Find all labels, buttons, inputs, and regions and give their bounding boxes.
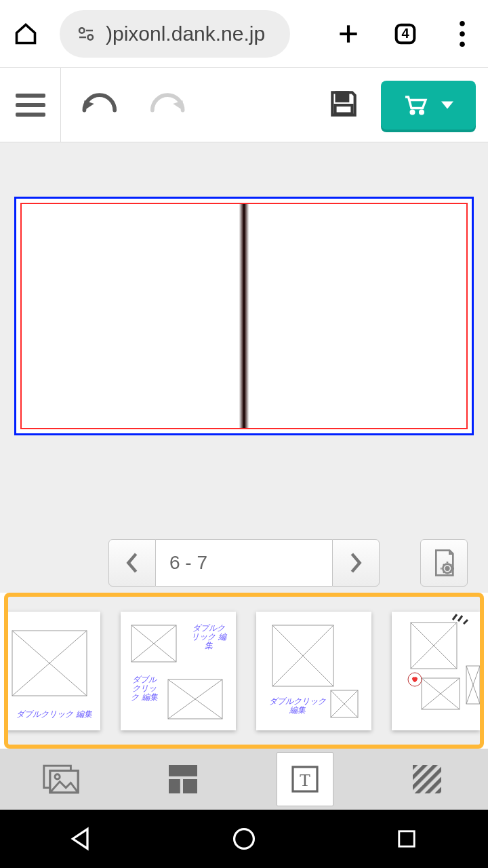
svg-rect-11 bbox=[344, 94, 346, 99]
svg-point-13 bbox=[411, 111, 414, 114]
template-thumbnail[interactable] bbox=[392, 612, 480, 730]
tool-tabs: T bbox=[0, 749, 488, 810]
pattern-icon bbox=[413, 765, 441, 793]
save-button[interactable] bbox=[327, 87, 361, 123]
editor-canvas-area bbox=[0, 142, 488, 538]
layout-icon bbox=[169, 765, 197, 793]
undo-icon bbox=[80, 90, 123, 117]
new-tab-icon[interactable] bbox=[335, 20, 362, 47]
page-settings-button[interactable] bbox=[420, 539, 468, 587]
images-tab[interactable] bbox=[33, 752, 89, 806]
hamburger-icon bbox=[16, 94, 45, 117]
svg-point-0 bbox=[79, 28, 85, 33]
triangle-back-icon bbox=[69, 827, 94, 851]
site-settings-icon bbox=[76, 24, 96, 44]
book-spine bbox=[239, 204, 249, 428]
next-page-button[interactable] bbox=[332, 539, 380, 587]
save-icon bbox=[327, 87, 361, 121]
cart-button[interactable] bbox=[381, 81, 476, 130]
android-nav-bar bbox=[0, 810, 488, 868]
template-caption: ダブルクリック 編集 bbox=[268, 697, 327, 715]
page-range-text: 6 - 7 bbox=[169, 552, 207, 574]
tab-count-badge[interactable]: 4 bbox=[392, 20, 419, 47]
undo-button[interactable] bbox=[80, 90, 123, 120]
chevron-right-icon bbox=[349, 553, 363, 573]
images-icon bbox=[43, 764, 79, 794]
svg-rect-53 bbox=[413, 765, 441, 793]
home-button[interactable] bbox=[228, 823, 260, 854]
svg-marker-54 bbox=[73, 829, 87, 849]
square-recents-icon bbox=[396, 828, 418, 850]
page-gear-icon bbox=[430, 548, 458, 578]
template-caption: ダブルクリック 編集 bbox=[191, 624, 226, 651]
back-button[interactable] bbox=[66, 823, 97, 854]
overflow-menu-icon[interactable] bbox=[449, 20, 476, 47]
template-caption: ダブルクリック 編集 bbox=[14, 710, 95, 719]
template-caption: ダブルクリック 編集 bbox=[130, 675, 159, 703]
address-bar[interactable]: )pixonl.dank.ne.jp bbox=[60, 10, 290, 58]
text-tab[interactable]: T bbox=[277, 752, 333, 806]
page-spread[interactable] bbox=[14, 197, 474, 435]
page-navigator: 6 - 7 bbox=[0, 538, 488, 593]
menu-button[interactable] bbox=[0, 68, 61, 142]
chevron-left-icon bbox=[125, 553, 139, 573]
template-thumbnail[interactable]: ダブルクリック 編集 bbox=[5, 612, 100, 730]
chevron-down-icon bbox=[441, 101, 453, 109]
svg-point-17 bbox=[446, 567, 449, 570]
left-page[interactable] bbox=[22, 204, 239, 428]
prev-page-button[interactable] bbox=[108, 539, 156, 587]
template-thumbnail[interactable]: ダブルクリック 編集 ダブルクリック 編集 bbox=[121, 612, 236, 730]
pattern-tab[interactable] bbox=[399, 752, 455, 806]
app-toolbar bbox=[0, 68, 488, 142]
tab-count: 4 bbox=[401, 26, 409, 41]
svg-point-55 bbox=[235, 829, 254, 849]
template-thumbnail[interactable]: ダブルクリック 編集 bbox=[256, 612, 371, 730]
svg-rect-47 bbox=[169, 765, 197, 776]
svg-text:T: T bbox=[300, 770, 310, 790]
layout-template-strip[interactable]: ダブルクリック 編集 ダブルクリック 編集 ダブルクリック 編集 ダブルクリック… bbox=[4, 593, 484, 749]
recents-button[interactable] bbox=[391, 823, 422, 854]
svg-marker-15 bbox=[441, 101, 453, 108]
svg-point-8 bbox=[460, 31, 465, 37]
circle-home-icon bbox=[232, 827, 256, 851]
right-page[interactable] bbox=[249, 204, 466, 428]
cart-icon bbox=[403, 94, 428, 116]
svg-rect-49 bbox=[183, 779, 197, 793]
browser-chrome: )pixonl.dank.ne.jp 4 bbox=[0, 0, 488, 68]
svg-point-7 bbox=[460, 21, 465, 26]
svg-point-2 bbox=[88, 35, 94, 40]
url-text: )pixonl.dank.ne.jp bbox=[106, 22, 265, 45]
svg-rect-56 bbox=[399, 831, 414, 846]
svg-point-14 bbox=[420, 111, 424, 114]
home-icon[interactable] bbox=[12, 20, 39, 47]
svg-rect-48 bbox=[169, 779, 180, 793]
text-icon: T bbox=[291, 766, 319, 793]
redo-button[interactable] bbox=[144, 90, 187, 120]
page-indicator[interactable]: 6 - 7 bbox=[156, 539, 332, 587]
redo-icon bbox=[144, 90, 187, 117]
layout-tab[interactable] bbox=[155, 752, 211, 806]
svg-point-9 bbox=[460, 41, 465, 47]
